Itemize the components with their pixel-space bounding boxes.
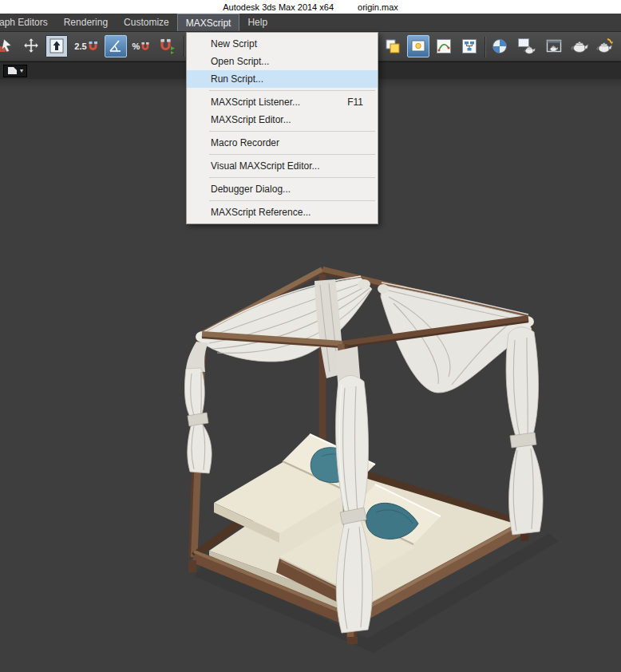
- snap-25-label: 2.5: [74, 42, 86, 51]
- menu-item-new-script[interactable]: New Script: [187, 35, 378, 53]
- menu-item-maxscript-reference[interactable]: MAXScript Reference...: [187, 204, 378, 221]
- menu-item-maxscript-editor[interactable]: MAXScript Editor...: [187, 111, 378, 128]
- select-and-manipulate-icon: [0, 38, 14, 55]
- menubar-item-rendering[interactable]: Rendering: [56, 14, 116, 31]
- snap-25-toggle-button[interactable]: 2.5: [71, 35, 101, 57]
- menu-item-label: MAXScript Editor...: [211, 114, 291, 125]
- keyboard-override-icon: [48, 38, 65, 55]
- schematic-view-icon: [461, 38, 478, 55]
- menubar-item-maxscript[interactable]: MAXScript: [177, 14, 240, 31]
- rendered-frame-window-icon: [545, 38, 563, 55]
- keyboard-override-button[interactable]: [45, 35, 68, 57]
- curve-editor-button[interactable]: [433, 35, 455, 57]
- menu-separator: [209, 200, 375, 201]
- menu-item-macro-recorder[interactable]: Macro Recorder: [187, 134, 378, 152]
- menu-item-shortcut: F11: [347, 97, 365, 108]
- magnet-icon: [140, 42, 150, 52]
- angle-snap-icon: [107, 38, 125, 55]
- menu-separator: [209, 154, 375, 155]
- menu-item-run-script[interactable]: Run Script...: [187, 70, 378, 88]
- menubar-item-customize[interactable]: Customize: [116, 14, 177, 31]
- menu-item-visual-maxscript-editor[interactable]: Visual MAXScript Editor...: [187, 157, 378, 175]
- render-setup-button[interactable]: [516, 35, 538, 57]
- menu-separator: [209, 131, 375, 132]
- window-titlebar: Autodesk 3ds Max 2014 x64 origin.max: [0, 0, 621, 14]
- render-iterative-button[interactable]: [594, 35, 616, 57]
- material-editor-icon: [491, 38, 508, 55]
- spinner-snap-icon: [158, 38, 176, 55]
- maxscript-menu-dropdown: New Script Open Script... Run Script... …: [186, 32, 378, 224]
- menu-item-label: Debugger Dialog...: [211, 184, 291, 195]
- render-production-button[interactable]: [568, 35, 591, 57]
- window-title-product: Autodesk 3ds Max 2014 x64: [223, 2, 334, 12]
- toolbar-separator: [184, 36, 185, 57]
- menu-item-label: Open Script...: [211, 56, 269, 67]
- menubar-item-graph-editors[interactable]: raph Editors: [0, 14, 56, 31]
- render-setup-icon: [517, 37, 536, 56]
- schematic-view-button[interactable]: [458, 35, 481, 57]
- curtain-right: [506, 327, 543, 535]
- curtain-tie: [510, 433, 536, 448]
- render-production-icon: [570, 37, 589, 56]
- select-and-manipulate-button[interactable]: [0, 35, 17, 57]
- menubar-item-help[interactable]: Help: [239, 14, 275, 31]
- menu-separator: [209, 90, 375, 91]
- window-title-file: origin.max: [358, 2, 398, 12]
- caret-down-icon: ▾: [20, 68, 23, 74]
- select-and-move-button[interactable]: [20, 35, 42, 57]
- toolbar-separator: [485, 37, 486, 57]
- curtain-left: [184, 342, 212, 473]
- menu-item-debugger-dialog[interactable]: Debugger Dialog...: [187, 180, 378, 198]
- menu-item-label: MAXScript Reference...: [211, 207, 310, 218]
- layer-manager-button[interactable]: [382, 35, 404, 57]
- curve-editor-icon: [435, 38, 453, 55]
- rendered-frame-window-button[interactable]: [543, 35, 565, 57]
- menu-item-label: New Script: [211, 38, 257, 49]
- magnet-icon: [88, 41, 98, 52]
- menu-item-open-script[interactable]: Open Script...: [187, 53, 378, 70]
- render-iterative-icon: [595, 37, 615, 56]
- menu-separator: [209, 177, 375, 178]
- menu-item-label: Run Script...: [211, 73, 263, 85]
- percent-snap-toggle-button[interactable]: %: [130, 35, 152, 57]
- spinner-snap-toggle-button[interactable]: [156, 35, 178, 57]
- menu-item-maxscript-listener[interactable]: MAXScript Listener... F11: [187, 93, 378, 111]
- ribbon-toggle-button[interactable]: [407, 35, 429, 57]
- menubar: raph Editors Rendering Customize MAXScri…: [0, 14, 621, 32]
- viewport-tab-bar-button[interactable]: ▾: [3, 65, 27, 77]
- select-and-move-icon: [22, 38, 40, 55]
- menu-item-label: MAXScript Listener...: [211, 97, 300, 108]
- percent-snap-label: %: [133, 42, 140, 51]
- viewport-tab-icon: [7, 66, 18, 75]
- ribbon-toggle-icon: [409, 38, 427, 55]
- material-editor-button[interactable]: [488, 35, 511, 57]
- angle-snap-toggle-button[interactable]: [105, 35, 127, 57]
- layer-manager-icon: [384, 38, 401, 55]
- menu-item-label: Macro Recorder: [211, 137, 279, 148]
- menu-item-label: Visual MAXScript Editor...: [211, 160, 320, 172]
